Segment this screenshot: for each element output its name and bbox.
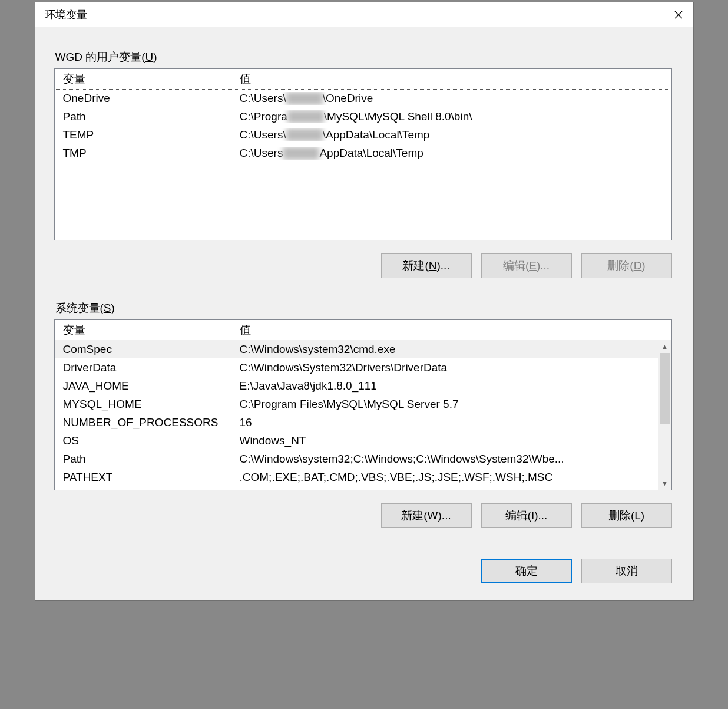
variable-name: Path xyxy=(55,453,236,466)
variable-name: TEMP xyxy=(55,128,236,141)
column-header-value[interactable]: 值 xyxy=(236,69,671,89)
user-new-button[interactable]: 新建(N)... xyxy=(381,253,472,278)
variable-value: C:\Users\ \AppData\Local\Temp xyxy=(236,128,671,141)
variable-name: JAVA_HOME xyxy=(55,380,236,393)
table-row[interactable]: PathC:\Windows\system32;C:\Windows;C:\Wi… xyxy=(55,450,658,468)
table-header[interactable]: 变量 值 xyxy=(55,320,671,340)
user-delete-button[interactable]: 删除(D) xyxy=(581,253,672,278)
variable-name: NUMBER_OF_PROCESSORS xyxy=(55,416,236,429)
variable-name: DriverData xyxy=(55,361,236,374)
variable-value: C:\Users\ \OneDrive xyxy=(236,92,671,105)
scroll-down-arrow[interactable]: ▼ xyxy=(658,477,671,490)
close-icon xyxy=(674,11,683,19)
close-button[interactable] xyxy=(664,2,693,27)
system-variables-table[interactable]: 变量 值 ComSpecC:\Windows\system32\cmd.exeD… xyxy=(54,319,672,490)
system-buttons-row: 新建(W)... 编辑(I)... 删除(L) xyxy=(54,503,672,528)
scrollbar-thumb[interactable] xyxy=(660,353,670,424)
cancel-button[interactable]: 取消 xyxy=(581,559,672,583)
variable-name: TMP xyxy=(55,147,236,160)
user-buttons-row: 新建(N)... 编辑(E)... 删除(D) xyxy=(54,253,672,278)
scroll-up-arrow[interactable]: ▲ xyxy=(658,340,671,353)
table-row[interactable]: OneDriveC:\Users\ \OneDrive xyxy=(55,89,671,107)
variable-name: ComSpec xyxy=(55,343,236,356)
variable-name: OneDrive xyxy=(55,92,236,105)
variable-value: 16 xyxy=(236,416,658,429)
system-delete-button[interactable]: 删除(L) xyxy=(581,503,672,528)
table-row[interactable]: MYSQL_HOMEC:\Program Files\MySQL\MySQL S… xyxy=(55,395,658,413)
user-variables-table[interactable]: 变量 值 OneDriveC:\Users\ \OneDrivePathC:\P… xyxy=(54,68,672,240)
table-row[interactable]: PATHEXT.COM;.EXE;.BAT;.CMD;.VBS;.VBE;.JS… xyxy=(55,468,658,486)
variable-name: OS xyxy=(55,434,236,447)
dialog-content: WGD 的用户变量(U) 变量 值 OneDriveC:\Users\ \One… xyxy=(35,27,693,600)
user-variables-label: WGD 的用户变量(U) xyxy=(55,50,672,65)
variable-value: C:\Windows\system32;C:\Windows;C:\Window… xyxy=(236,453,658,466)
table-row[interactable]: OSWindows_NT xyxy=(55,431,658,450)
user-edit-button[interactable]: 编辑(E)... xyxy=(481,253,572,278)
table-row[interactable]: TMPC:\Users AppData\Local\Temp xyxy=(55,144,671,162)
variable-name: Path xyxy=(55,110,236,123)
table-row[interactable]: NUMBER_OF_PROCESSORS16 xyxy=(55,413,658,431)
system-edit-button[interactable]: 编辑(I)... xyxy=(481,503,572,528)
system-new-button[interactable]: 新建(W)... xyxy=(381,503,472,528)
variable-value: C:\Program Files\MySQL\MySQL Server 5.7 xyxy=(236,398,658,411)
variable-value: C:\Windows\system32\cmd.exe xyxy=(236,343,658,356)
table-row[interactable]: JAVA_HOMEE:\Java\Java8\jdk1.8.0_111 xyxy=(55,377,658,395)
column-header-variable[interactable]: 变量 xyxy=(55,69,236,89)
table-header[interactable]: 变量 值 xyxy=(55,69,671,89)
ok-button[interactable]: 确定 xyxy=(481,559,572,583)
environment-variables-dialog: 环境变量 WGD 的用户变量(U) 变量 值 OneDriveC:\Users\… xyxy=(35,2,694,601)
variable-name: PATHEXT xyxy=(55,471,236,484)
column-header-value[interactable]: 值 xyxy=(236,320,671,340)
system-variables-label: 系统变量(S) xyxy=(55,301,672,316)
dialog-action-buttons: 确定 取消 xyxy=(54,559,672,583)
variable-value: C:\Users AppData\Local\Temp xyxy=(236,147,671,160)
table-row[interactable]: TEMPC:\Users\ \AppData\Local\Temp xyxy=(55,126,671,144)
variable-value: .COM;.EXE;.BAT;.CMD;.VBS;.VBE;.JS;.JSE;.… xyxy=(236,471,658,484)
column-header-variable[interactable]: 变量 xyxy=(55,320,236,340)
variable-value: C:\Progra \MySQL\MySQL Shell 8.0\bin\ xyxy=(236,110,671,123)
variable-value: Windows_NT xyxy=(236,434,658,447)
table-row[interactable]: DriverDataC:\Windows\System32\Drivers\Dr… xyxy=(55,358,658,377)
table-row[interactable]: ComSpecC:\Windows\system32\cmd.exe xyxy=(55,340,658,358)
variable-value: C:\Windows\System32\Drivers\DriverData xyxy=(236,361,658,374)
variable-value: E:\Java\Java8\jdk1.8.0_111 xyxy=(236,380,658,393)
titlebar: 环境变量 xyxy=(35,2,693,27)
scrollbar[interactable]: ▲ ▼ xyxy=(658,340,671,490)
table-row[interactable]: PathC:\Progra \MySQL\MySQL Shell 8.0\bin… xyxy=(55,107,671,126)
variable-name: MYSQL_HOME xyxy=(55,398,236,411)
dialog-title: 环境变量 xyxy=(45,8,87,22)
